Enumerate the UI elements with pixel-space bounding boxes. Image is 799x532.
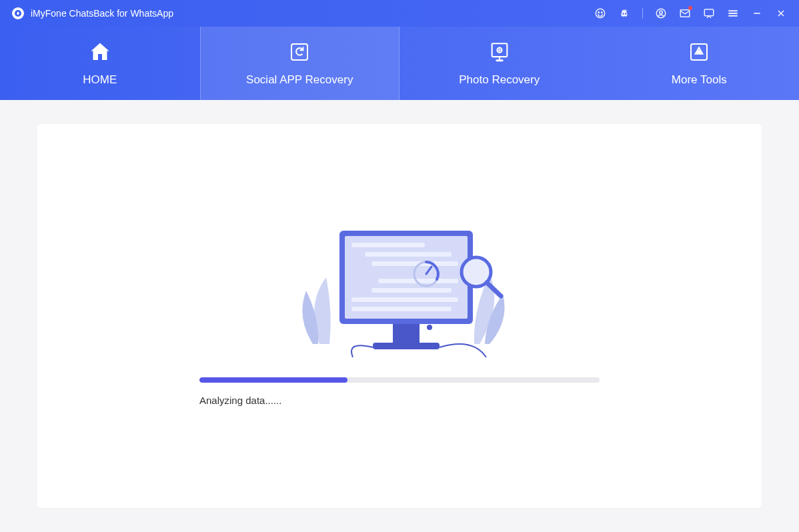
- svg-point-16: [499, 49, 500, 50]
- svg-rect-6: [704, 9, 714, 16]
- svg-rect-24: [365, 252, 452, 257]
- main-content: Analyzing data......: [0, 100, 799, 532]
- svg-rect-22: [345, 236, 468, 319]
- analyzing-illustration-icon: [266, 211, 533, 357]
- menu-icon[interactable]: [727, 7, 739, 19]
- photo-icon: [488, 40, 512, 64]
- progress-container: Analyzing data......: [199, 377, 600, 406]
- svg-rect-27: [371, 288, 452, 293]
- progress-fill: [199, 377, 347, 383]
- svg-rect-34: [393, 324, 420, 344]
- svg-rect-28: [351, 297, 458, 302]
- title-bar: iMyFone ChatsBack for WhatsApp: [0, 0, 799, 27]
- nav-bar: HOME Social APP Recovery Photo Recovery …: [0, 27, 799, 100]
- progress-bar: [199, 377, 600, 383]
- nav-social-app-recovery[interactable]: Social APP Recovery: [200, 27, 400, 100]
- tools-icon: [687, 40, 711, 64]
- svg-point-36: [427, 325, 432, 330]
- svg-point-4: [660, 11, 663, 14]
- nav-label: More Tools: [672, 73, 727, 87]
- mail-icon[interactable]: [679, 7, 691, 19]
- svg-rect-23: [351, 243, 425, 247]
- app-title: iMyFone ChatsBack for WhatsApp: [31, 8, 173, 19]
- progress-status-text: Analyzing data......: [199, 395, 600, 406]
- nav-label: HOME: [83, 73, 117, 87]
- feedback-icon[interactable]: [703, 7, 715, 19]
- nav-photo-recovery[interactable]: Photo Recovery: [400, 27, 600, 100]
- svg-rect-13: [291, 44, 307, 60]
- refresh-icon: [287, 40, 311, 64]
- app-logo-icon: [12, 7, 24, 19]
- headset-icon[interactable]: [594, 7, 606, 19]
- nav-label: Photo Recovery: [459, 73, 540, 87]
- svg-rect-25: [371, 261, 458, 266]
- account-icon[interactable]: [655, 7, 667, 19]
- svg-point-1: [598, 12, 600, 13]
- svg-point-2: [602, 12, 603, 13]
- title-left: iMyFone ChatsBack for WhatsApp: [12, 7, 173, 19]
- svg-point-20: [698, 51, 700, 53]
- minimize-icon[interactable]: [751, 7, 763, 19]
- svg-rect-35: [373, 343, 440, 349]
- home-icon: [88, 40, 112, 64]
- close-icon[interactable]: [775, 7, 787, 19]
- svg-rect-29: [351, 307, 452, 311]
- nav-label: Social APP Recovery: [246, 73, 353, 87]
- nav-more-tools[interactable]: More Tools: [600, 27, 800, 100]
- title-right-controls: [594, 7, 787, 19]
- analyzing-card: Analyzing data......: [37, 124, 762, 508]
- nav-home[interactable]: HOME: [0, 27, 200, 100]
- discord-icon[interactable]: [618, 7, 630, 19]
- title-divider: [642, 8, 643, 19]
